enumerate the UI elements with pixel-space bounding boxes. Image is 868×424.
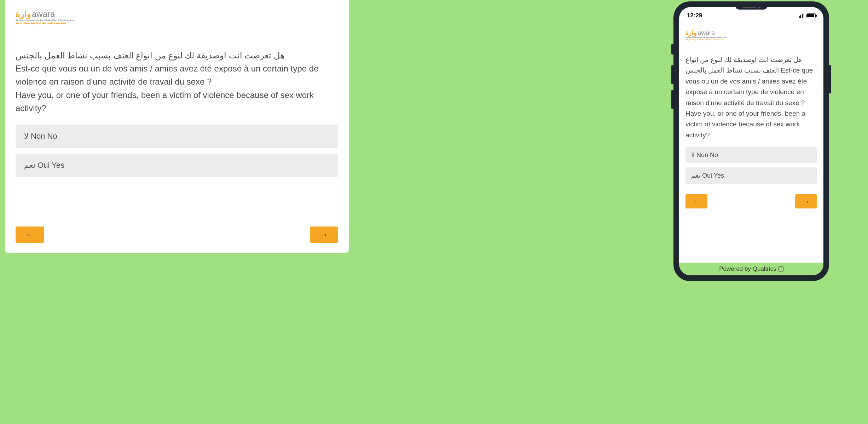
phone-volume-up <box>671 65 673 84</box>
arrow-right-icon: → <box>803 197 810 206</box>
logo-arabic: وارة <box>16 9 31 19</box>
nav-row: ← → <box>16 227 338 243</box>
question-arabic: هل تعرضت انت اوصديقة لك لنوع من انواع ال… <box>16 49 338 62</box>
mobile-screen: 12:29 وارةawara Women's Network for the … <box>679 7 823 275</box>
option-no[interactable]: لا Non No <box>685 147 817 163</box>
logo-tagline-en: Women's Network for the Middle East & No… <box>16 19 74 22</box>
logo-arabic: وارة <box>685 29 697 36</box>
option-no[interactable]: لا Non No <box>16 125 338 148</box>
option-yes[interactable]: نعم Oui Yes <box>16 154 338 177</box>
option-yes[interactable]: نعم Oui Yes <box>685 167 817 184</box>
next-button[interactable]: → <box>310 227 338 243</box>
answer-options: لا Non No نعم Oui Yes <box>16 125 338 183</box>
status-bar: 12:29 <box>679 7 823 24</box>
arrow-left-icon: ← <box>693 197 700 206</box>
mobile-survey-content: وارةawara Women's Network for the Middle… <box>679 24 823 263</box>
signal-icon <box>799 13 805 18</box>
phone-volume-button <box>671 44 673 55</box>
phone-notch <box>735 7 767 10</box>
battery-icon <box>806 13 816 18</box>
powered-label: Powered by Qualtrics <box>719 265 776 273</box>
desktop-survey-panel: وارةawara Women's Network for the Middle… <box>5 0 349 253</box>
next-button[interactable]: → <box>795 194 817 208</box>
logo: وارةawara Women's Network for the Middle… <box>685 30 817 40</box>
powered-by-footer[interactable]: Powered by Qualtrics <box>679 263 823 275</box>
camera-icon <box>758 7 760 8</box>
question-text: هل تعرضت انت اوصديقة لك لنوع من انواع ال… <box>16 49 338 115</box>
logo-tagline-ar: شبكة نسوية للنساء الشرق الأوسط وشمال أفر… <box>16 22 66 24</box>
answer-options: لا Non No نعم Oui Yes <box>685 147 817 188</box>
external-link-icon <box>779 267 783 271</box>
arrow-right-icon: → <box>320 230 328 240</box>
logo: وارةawara Women's Network for the Middle… <box>16 10 338 24</box>
logo-tagline-ar: شبكة نسوية للنساء الشرق الأوسط وشمال أفر… <box>685 39 723 40</box>
question-text: هل تعرضت انت اوصديقة لك لنوع من انواع ال… <box>685 55 817 141</box>
logo-english: awara <box>32 9 55 19</box>
status-right <box>799 13 816 18</box>
question-english: Have you, or one of your friends, been a… <box>16 88 338 115</box>
nav-row: ← → <box>685 194 817 208</box>
question-english: Have you, or one of your friends, been a… <box>685 110 805 139</box>
mobile-device-frame: 12:29 وارةawara Women's Network for the … <box>673 1 829 281</box>
prev-button[interactable]: ← <box>685 194 707 208</box>
phone-power-button <box>829 65 831 93</box>
phone-volume-down <box>671 90 673 109</box>
status-time: 12:29 <box>687 12 702 19</box>
arrow-left-icon: ← <box>25 230 34 240</box>
logo-english: awara <box>698 29 715 36</box>
speaker-icon <box>742 7 756 8</box>
question-french: Est-ce que vous ou un de vos amis / amie… <box>16 62 338 88</box>
prev-button[interactable]: ← <box>16 227 44 243</box>
